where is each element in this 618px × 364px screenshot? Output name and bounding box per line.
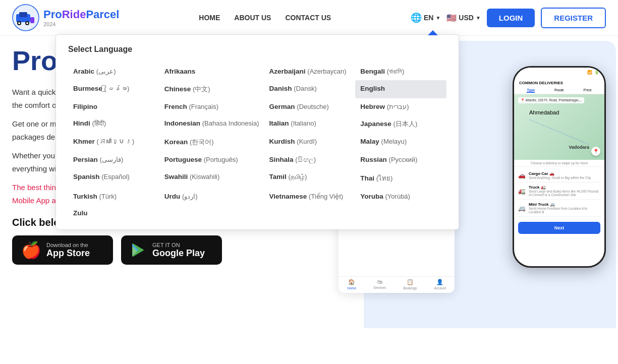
lang-item-burmese[interactable]: Burmese (မြန်မာ): [68, 80, 159, 98]
lang-item-turkish[interactable]: Turkish (Türk): [68, 188, 159, 205]
app-store-button[interactable]: 🍎 Download on the App Store: [12, 235, 113, 265]
google-play-button[interactable]: GET IT ON Google Play: [121, 235, 222, 265]
lang-item-indonesian[interactable]: Indonesian (Bahasa Indonesia): [159, 115, 264, 133]
prs-cargo-list: 🚗 Cargo Car 🚗 Send Anything -Small or Bi…: [514, 167, 604, 219]
next-btn[interactable]: Next: [518, 222, 600, 234]
cargo-name: Cargo Car 🚗: [529, 171, 600, 176]
lang-item-afrikaans[interactable]: Afrikaans: [159, 63, 264, 80]
svg-rect-7: [30, 17, 34, 23]
bookings-tab-icon: 📋: [407, 279, 414, 285]
lang-item-urdu[interactable]: Urdu (اردو): [159, 188, 264, 205]
account-tab-icon: 👤: [436, 279, 443, 285]
google-play-icon: [130, 241, 147, 259]
lang-item-khmer[interactable]: Khmer (ភាសាខ្មែរ): [68, 133, 159, 151]
tab-home[interactable]: 🏠 Home: [348, 279, 356, 290]
lang-item-english[interactable]: English: [355, 80, 446, 98]
lang-caret: [428, 30, 438, 35]
lang-item-tamil[interactable]: Tamil (தமிழ்): [264, 168, 356, 188]
tab-services[interactable]: 🛍 Services: [373, 279, 386, 290]
swipe-hint: Choose a delivery or swipe up for more: [514, 160, 604, 167]
lang-item-thai[interactable]: Thai (ไทย): [355, 168, 446, 188]
svg-rect-2: [19, 12, 27, 17]
route-tab[interactable]: Route: [554, 88, 564, 93]
register-button[interactable]: REGISTER: [541, 8, 606, 28]
cargo-name: Mini Truck 🚐: [529, 202, 600, 207]
language-grid: Arabic (عربى)Afrikaans Azerbaijani (Azer…: [68, 63, 446, 221]
logo-year: 2024: [43, 21, 119, 27]
play-store-label-small: GET IT ON: [152, 242, 205, 248]
lang-item-vietnamese[interactable]: Vietnamese (Tiếng Việt): [264, 188, 356, 205]
phone-right-screen: 📶🔋 COMMON DELIVERIES Type Route Price 📍 …: [514, 68, 604, 266]
phone-status-bar: 📶🔋: [514, 68, 604, 77]
cargo-icon: 🚗: [518, 172, 526, 179]
svg-point-6: [26, 22, 28, 24]
cargo-desc: Send Anything -Small or Big within the C…: [529, 176, 600, 179]
nav-home[interactable]: HOME: [199, 14, 220, 22]
login-button[interactable]: LOGIN: [487, 9, 535, 27]
logo-icon: [12, 4, 39, 31]
svg-point-4: [18, 22, 20, 24]
lang-item-portuguese[interactable]: Portuguese (Português): [159, 151, 264, 168]
cargo-desc: Send Home Furniture from Location A to L…: [529, 207, 600, 214]
price-tab[interactable]: Price: [584, 88, 592, 93]
nav-about[interactable]: ABOUT US: [234, 14, 271, 22]
nav-links: HOME ABOUT US CONTACT US: [199, 14, 331, 22]
logo[interactable]: ProRideParcel 2024: [12, 4, 119, 31]
lang-item-persian[interactable]: Persian (فارسی): [68, 151, 159, 168]
currency-label: USD: [459, 14, 474, 22]
lang-item-sinhala[interactable]: Sinhala (සිංහල): [264, 151, 356, 168]
cargo-desc: Send Large and Bulky Items like 40,000 P…: [529, 190, 600, 197]
cargo-icon: 🚛: [518, 188, 526, 195]
phone-right: 📶🔋 COMMON DELIVERIES Type Route Price 📍 …: [513, 66, 606, 268]
lang-item-filipino[interactable]: Filipino: [68, 98, 159, 115]
store-buttons: 🍎 Download on the App Store GET IT ON Go…: [12, 235, 328, 265]
prs-map: 📍 Atlantis, 100 Ft. Road, Prahladnagar,.…: [514, 94, 604, 160]
app-bottom-tabs: 🏠 Home 🛍 Services 📋 Bookings 👤 Account: [339, 276, 455, 293]
prs-tabs: Type Route Price: [514, 87, 604, 94]
type-tab[interactable]: Type: [527, 88, 535, 93]
lang-item-yoruba[interactable]: Yoruba (Yorùbá): [355, 188, 446, 205]
navbar-right: 🌐 EN ▼ 🇺🇸 USD ▼ LOGIN REGISTER: [411, 8, 606, 28]
app-store-label-large: App Store: [46, 248, 90, 259]
lang-item-spanish[interactable]: Spanish (Español): [68, 168, 159, 188]
map-svg: [514, 94, 604, 160]
navbar: ProRideParcel 2024 HOME ABOUT US CONTACT…: [0, 0, 618, 36]
lang-item-kurdish[interactable]: Kurdish (Kurdî): [264, 133, 356, 151]
lang-item-zulu[interactable]: Zulu: [68, 205, 159, 221]
services-tab-icon: 🛍: [377, 279, 382, 285]
lang-item-italian[interactable]: Italian (Italiano): [264, 115, 356, 133]
language-dropdown: Select Language Arabic (عربى)Afrikaans A…: [55, 34, 459, 230]
lang-item-french[interactable]: French (Français): [159, 98, 264, 115]
cargo-item[interactable]: 🚛 Truck 🚛 Send Large and Bulky Items lik…: [518, 183, 600, 200]
currency-selector[interactable]: 🇺🇸 USD ▼: [446, 13, 480, 23]
tab-bookings[interactable]: 📋 Bookings: [404, 279, 417, 290]
home-tab-icon: 🏠: [348, 279, 355, 285]
lang-item-russian[interactable]: Russian (Русский): [355, 151, 446, 168]
lang-item-malay[interactable]: Malay (Melayu): [355, 133, 446, 151]
cargo-icon: 🚐: [518, 205, 526, 212]
dropdown-title: Select Language: [68, 45, 446, 54]
lang-item-arabic[interactable]: Arabic (عربى): [68, 63, 159, 80]
lang-item-german[interactable]: German (Deutsche): [264, 98, 356, 115]
nav-contact[interactable]: CONTACT US: [285, 14, 331, 22]
lang-item-azerbaijani[interactable]: Azerbaijani (Azerbaycan): [264, 63, 356, 80]
lang-item-chinese[interactable]: Chinese (中文): [159, 80, 264, 98]
lang-item-hindi[interactable]: Hindi (हिंदी): [68, 115, 159, 133]
cargo-name: Truck 🚛: [529, 185, 600, 190]
svg-line-8: [529, 119, 590, 145]
prs-header: COMMON DELIVERIES: [514, 77, 604, 87]
language-selector[interactable]: 🌐 EN ▼: [411, 12, 440, 23]
lang-item-korean[interactable]: Korean (한국어): [159, 133, 264, 151]
cargo-item[interactable]: 🚐 Mini Truck 🚐 Send Home Furniture from …: [518, 200, 600, 217]
tab-account[interactable]: 👤 Account: [434, 279, 446, 290]
lang-item-bengali[interactable]: Bengali (বাঙালি): [355, 63, 446, 80]
lang-chevron-icon: ▼: [435, 15, 440, 21]
lang-item-japanese[interactable]: Japanese (日本人): [355, 115, 446, 133]
apple-icon: 🍎: [21, 240, 41, 260]
currency-chevron-icon: ▼: [476, 15, 481, 21]
cargo-item[interactable]: 🚗 Cargo Car 🚗 Send Anything -Small or Bi…: [518, 169, 600, 183]
lang-item-danish[interactable]: Danish (Dansk): [264, 80, 356, 98]
lang-item-hebrew[interactable]: Hebrew (עברית): [355, 98, 446, 115]
lang-label: EN: [424, 14, 433, 22]
lang-item-swahili[interactable]: Swahili (Kiswahili): [159, 168, 264, 188]
